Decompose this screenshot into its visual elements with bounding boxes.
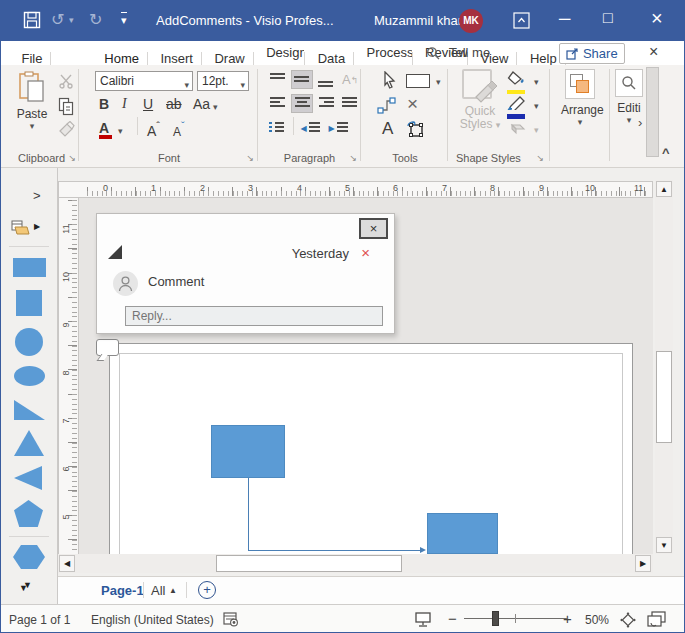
vertical-scroll-thumb[interactable]: [656, 351, 672, 443]
macro-record-icon[interactable]: [223, 611, 239, 627]
drawing-page[interactable]: [109, 343, 633, 554]
user-avatar[interactable]: MK: [459, 9, 483, 33]
tab-design[interactable]: Design: [258, 41, 304, 63]
clipboard-dialog-launcher[interactable]: ↘: [68, 153, 76, 163]
align-top-button[interactable]: [267, 70, 289, 89]
align-bottom-button[interactable]: [315, 70, 337, 89]
decrease-indent-button[interactable]: ◀: [299, 119, 321, 138]
copy-icon[interactable]: [58, 97, 75, 116]
stencil-hexagon[interactable]: [13, 544, 45, 570]
scroll-up-button[interactable]: ▲: [656, 181, 672, 197]
status-page-count[interactable]: Page 1 of 1: [9, 613, 70, 627]
redo-button[interactable]: ↻: [89, 10, 102, 29]
page-tab-current[interactable]: Page-1: [101, 583, 144, 598]
tell-me-button[interactable]: Tell me: [449, 45, 490, 60]
connector-horizontal[interactable]: [248, 550, 420, 551]
shrink-font-button[interactable]: Aˇ: [173, 120, 185, 139]
zoom-slider-track[interactable]: [464, 618, 568, 619]
quick-styles-button[interactable]: Quick Styles ▾: [458, 69, 502, 132]
format-painter-icon[interactable]: [58, 121, 75, 137]
new-page-button[interactable]: +: [198, 581, 216, 599]
stencil-ellipse[interactable]: [14, 366, 45, 386]
minimize-button[interactable]: ─: [559, 10, 570, 28]
italic-button[interactable]: I: [122, 96, 127, 112]
comment-delete-button[interactable]: ×: [361, 244, 370, 261]
stencil-pentagon[interactable]: [14, 500, 43, 527]
align-middle-button[interactable]: [291, 70, 313, 89]
ribbon-display-options-icon[interactable]: [513, 12, 530, 29]
close-button[interactable]: ×: [651, 7, 663, 30]
shape-rect-1[interactable]: [211, 425, 285, 478]
stencil-rectangle[interactable]: [13, 258, 46, 277]
connector-tool-icon[interactable]: [377, 96, 397, 114]
align-center-button[interactable]: [291, 94, 313, 113]
comment-indicator[interactable]: [96, 339, 119, 356]
fill-button[interactable]: [507, 71, 527, 94]
tab-process[interactable]: Process: [359, 41, 412, 63]
stencil-triangle[interactable]: [14, 430, 44, 456]
save-icon[interactable]: [23, 11, 41, 29]
pointer-tool-icon[interactable]: [381, 71, 398, 90]
font-color-button[interactable]: A: [99, 119, 112, 139]
align-right-button[interactable]: [315, 94, 337, 113]
stencil-left-triangle[interactable]: [14, 466, 42, 490]
status-language[interactable]: English (United States): [91, 613, 214, 627]
strikethrough-button[interactable]: ab: [166, 96, 182, 112]
shape-styles-dialog-launcher[interactable]: ↘: [536, 153, 544, 163]
stencil-expand-icon[interactable]: ▶: [34, 222, 40, 231]
undo-button[interactable]: ↺: [51, 10, 64, 29]
expand-shapes-icon[interactable]: >: [33, 188, 41, 203]
stencil-square[interactable]: [16, 290, 42, 316]
scroll-down-button[interactable]: ▼: [656, 537, 672, 553]
scroll-right-button[interactable]: ▶: [635, 555, 651, 572]
grow-font-button[interactable]: Aˆ: [147, 120, 160, 139]
connection-point-tool-icon[interactable]: ×: [407, 93, 418, 115]
document-close-button[interactable]: ×: [649, 43, 658, 61]
bullets-button[interactable]: [267, 119, 289, 138]
rectangle-tool-chevron-icon[interactable]: ▾: [436, 77, 441, 87]
increase-indent-button[interactable]: ▶: [327, 119, 349, 138]
page-all-button[interactable]: All ▲: [151, 583, 177, 598]
fit-page-to-window-icon[interactable]: [619, 611, 637, 629]
font-dialog-launcher[interactable]: ↘: [246, 153, 254, 163]
zoom-slider-thumb[interactable]: [492, 611, 499, 626]
text-tool-button[interactable]: A: [382, 119, 393, 139]
switch-windows-icon[interactable]: [647, 611, 666, 628]
font-size-select[interactable]: 12pt. ▾: [197, 71, 249, 91]
align-left-button[interactable]: [267, 94, 289, 113]
shape-rect-2[interactable]: [427, 513, 498, 554]
ribbon-scrollbar[interactable]: [646, 67, 659, 157]
share-button[interactable]: Share: [559, 43, 625, 64]
cut-icon[interactable]: [58, 73, 74, 89]
ribbon-scroll-right-button[interactable]: ›: [638, 115, 642, 130]
horizontal-scroll-thumb[interactable]: [216, 555, 402, 572]
justify-button[interactable]: [339, 94, 361, 113]
rectangle-tool-button[interactable]: [406, 74, 430, 88]
undo-menu-chevron-icon[interactable]: ▾: [69, 15, 74, 25]
pointer-switch-icon[interactable]: [406, 120, 426, 138]
bold-button[interactable]: B: [99, 96, 109, 112]
collapse-ribbon-button[interactable]: ^: [662, 145, 670, 160]
paragraph-dialog-launcher[interactable]: ↘: [349, 153, 357, 163]
maximize-button[interactable]: □: [603, 9, 613, 27]
search-icon[interactable]: [426, 46, 441, 61]
connector-vertical[interactable]: [248, 478, 249, 550]
stencil-circle[interactable]: [15, 328, 43, 356]
zoom-level[interactable]: 50%: [585, 613, 609, 627]
popup-close-button[interactable]: ×: [359, 218, 388, 239]
scroll-left-button[interactable]: ◀: [59, 555, 75, 572]
paste-button[interactable]: Paste ▾: [15, 71, 49, 131]
line-button[interactable]: [507, 95, 527, 119]
fill-chevron-icon[interactable]: ▾: [534, 77, 539, 87]
line-chevron-icon[interactable]: ▾: [534, 101, 539, 111]
stencil-icon[interactable]: [11, 220, 31, 236]
pages-menu-icon[interactable]: ▼: [19, 583, 28, 593]
change-case-button[interactable]: Aa: [193, 96, 210, 112]
underline-button[interactable]: U: [143, 96, 153, 112]
reply-input[interactable]: [125, 306, 383, 326]
font-family-select[interactable]: Calibri ▾: [95, 71, 193, 91]
text-direction-button[interactable]: A↰: [339, 70, 361, 89]
effects-icon[interactable]: [507, 121, 526, 135]
comment-resize-triangle[interactable]: [108, 245, 122, 259]
stencil-right-triangle[interactable]: [14, 400, 45, 420]
